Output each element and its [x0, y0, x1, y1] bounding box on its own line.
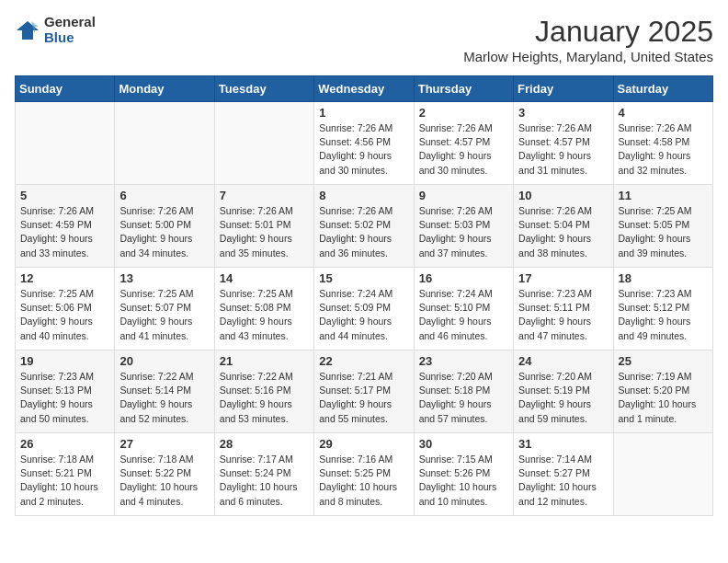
day-cell: 10Sunrise: 7:26 AM Sunset: 5:04 PM Dayli…: [514, 185, 613, 268]
day-number: 3: [518, 106, 608, 120]
weekday-header-sunday: Sunday: [16, 76, 115, 102]
day-cell: 19Sunrise: 7:23 AM Sunset: 5:13 PM Dayli…: [16, 350, 115, 433]
day-info: Sunrise: 7:26 AM Sunset: 4:59 PM Dayligh…: [20, 204, 109, 260]
day-cell: 14Sunrise: 7:25 AM Sunset: 5:08 PM Dayli…: [214, 268, 313, 350]
day-info: Sunrise: 7:14 AM Sunset: 5:27 PM Dayligh…: [518, 453, 608, 509]
day-info: Sunrise: 7:16 AM Sunset: 5:25 PM Dayligh…: [319, 453, 408, 509]
day-number: 18: [619, 271, 708, 285]
weekday-header-row: SundayMondayTuesdayWednesdayThursdayFrid…: [16, 76, 713, 102]
day-cell: 12Sunrise: 7:25 AM Sunset: 5:06 PM Dayli…: [16, 268, 115, 350]
title-block: January 2025 Marlow Heights, Maryland, U…: [463, 15, 713, 64]
day-number: 26: [20, 437, 109, 451]
day-info: Sunrise: 7:23 AM Sunset: 5:11 PM Dayligh…: [518, 287, 608, 343]
day-number: 12: [20, 271, 109, 285]
day-cell: 22Sunrise: 7:21 AM Sunset: 5:17 PM Dayli…: [314, 350, 414, 433]
day-cell: 13Sunrise: 7:25 AM Sunset: 5:07 PM Dayli…: [115, 268, 214, 350]
day-number: 21: [220, 354, 309, 368]
day-cell: 9Sunrise: 7:26 AM Sunset: 5:03 PM Daylig…: [414, 185, 513, 268]
logo-blue-text: Blue: [44, 30, 96, 46]
page-header: General Blue January 2025 Marlow Heights…: [15, 15, 713, 64]
day-cell: [16, 102, 115, 185]
day-number: 1: [319, 106, 408, 120]
day-cell: 11Sunrise: 7:25 AM Sunset: 5:05 PM Dayli…: [613, 185, 712, 268]
day-info: Sunrise: 7:26 AM Sunset: 4:58 PM Dayligh…: [619, 121, 708, 178]
day-number: 29: [319, 437, 408, 451]
week-row-4: 19Sunrise: 7:23 AM Sunset: 5:13 PM Dayli…: [16, 350, 713, 433]
day-cell: 21Sunrise: 7:22 AM Sunset: 5:16 PM Dayli…: [214, 350, 313, 433]
day-number: 5: [20, 189, 109, 202]
week-row-3: 12Sunrise: 7:25 AM Sunset: 5:06 PM Dayli…: [16, 268, 713, 350]
day-number: 28: [220, 437, 309, 451]
day-cell: 2Sunrise: 7:26 AM Sunset: 4:57 PM Daylig…: [414, 102, 513, 185]
day-number: 16: [419, 271, 508, 285]
day-number: 17: [518, 271, 608, 285]
day-number: 6: [119, 189, 209, 202]
weekday-header-saturday: Saturday: [613, 76, 712, 102]
week-row-5: 26Sunrise: 7:18 AM Sunset: 5:21 PM Dayli…: [16, 433, 713, 516]
day-info: Sunrise: 7:24 AM Sunset: 5:09 PM Dayligh…: [319, 287, 408, 343]
day-cell: [115, 102, 214, 185]
day-cell: 4Sunrise: 7:26 AM Sunset: 4:58 PM Daylig…: [613, 102, 712, 185]
day-number: 13: [119, 271, 209, 285]
day-number: 7: [220, 189, 309, 202]
day-info: Sunrise: 7:26 AM Sunset: 4:57 PM Dayligh…: [518, 121, 608, 178]
day-cell: 27Sunrise: 7:18 AM Sunset: 5:22 PM Dayli…: [115, 433, 214, 516]
day-number: 24: [518, 354, 608, 368]
day-number: 20: [119, 354, 209, 368]
day-info: Sunrise: 7:22 AM Sunset: 5:16 PM Dayligh…: [220, 370, 309, 426]
weekday-header-wednesday: Wednesday: [314, 76, 414, 102]
location-title: Marlow Heights, Maryland, United States: [463, 49, 713, 64]
day-info: Sunrise: 7:25 AM Sunset: 5:08 PM Dayligh…: [220, 287, 309, 343]
day-cell: 5Sunrise: 7:26 AM Sunset: 4:59 PM Daylig…: [16, 185, 115, 268]
day-cell: 8Sunrise: 7:26 AM Sunset: 5:02 PM Daylig…: [314, 185, 414, 268]
day-cell: 6Sunrise: 7:26 AM Sunset: 5:00 PM Daylig…: [115, 185, 214, 268]
day-info: Sunrise: 7:23 AM Sunset: 5:13 PM Dayligh…: [20, 370, 109, 426]
day-cell: 24Sunrise: 7:20 AM Sunset: 5:19 PM Dayli…: [514, 350, 613, 433]
day-info: Sunrise: 7:26 AM Sunset: 5:04 PM Dayligh…: [518, 204, 608, 260]
day-number: 19: [20, 354, 109, 368]
day-cell: 3Sunrise: 7:26 AM Sunset: 4:57 PM Daylig…: [514, 102, 613, 185]
weekday-header-tuesday: Tuesday: [214, 76, 313, 102]
day-number: 11: [619, 189, 708, 202]
day-number: 31: [518, 437, 608, 451]
week-row-1: 1Sunrise: 7:26 AM Sunset: 4:56 PM Daylig…: [16, 102, 713, 185]
calendar-table: SundayMondayTuesdayWednesdayThursdayFrid…: [15, 75, 713, 516]
day-info: Sunrise: 7:25 AM Sunset: 5:06 PM Dayligh…: [20, 287, 109, 343]
day-cell: 31Sunrise: 7:14 AM Sunset: 5:27 PM Dayli…: [514, 433, 613, 516]
month-title: January 2025: [463, 15, 713, 49]
day-info: Sunrise: 7:25 AM Sunset: 5:05 PM Dayligh…: [619, 204, 708, 260]
day-number: 10: [518, 189, 608, 202]
day-info: Sunrise: 7:19 AM Sunset: 5:20 PM Dayligh…: [619, 370, 708, 426]
day-cell: [214, 102, 313, 185]
day-info: Sunrise: 7:15 AM Sunset: 5:26 PM Dayligh…: [419, 453, 508, 509]
day-cell: 15Sunrise: 7:24 AM Sunset: 5:09 PM Dayli…: [314, 268, 414, 350]
day-cell: 1Sunrise: 7:26 AM Sunset: 4:56 PM Daylig…: [314, 102, 414, 185]
day-number: 23: [419, 354, 508, 368]
day-number: 4: [619, 106, 708, 120]
day-cell: 7Sunrise: 7:26 AM Sunset: 5:01 PM Daylig…: [214, 185, 313, 268]
day-info: Sunrise: 7:18 AM Sunset: 5:21 PM Dayligh…: [20, 453, 109, 509]
day-cell: 25Sunrise: 7:19 AM Sunset: 5:20 PM Dayli…: [613, 350, 712, 433]
day-info: Sunrise: 7:20 AM Sunset: 5:18 PM Dayligh…: [419, 370, 508, 426]
day-number: 14: [220, 271, 309, 285]
logo-icon: [15, 17, 40, 43]
weekday-header-monday: Monday: [115, 76, 214, 102]
day-cell: 29Sunrise: 7:16 AM Sunset: 5:25 PM Dayli…: [314, 433, 414, 516]
day-info: Sunrise: 7:26 AM Sunset: 4:56 PM Dayligh…: [319, 121, 408, 178]
day-info: Sunrise: 7:26 AM Sunset: 4:57 PM Dayligh…: [419, 121, 508, 178]
week-row-2: 5Sunrise: 7:26 AM Sunset: 4:59 PM Daylig…: [16, 185, 713, 268]
day-cell: 23Sunrise: 7:20 AM Sunset: 5:18 PM Dayli…: [414, 350, 513, 433]
day-number: 30: [419, 437, 508, 451]
weekday-header-friday: Friday: [514, 76, 613, 102]
day-number: 8: [319, 189, 408, 202]
day-cell: 17Sunrise: 7:23 AM Sunset: 5:11 PM Dayli…: [514, 268, 613, 350]
day-info: Sunrise: 7:21 AM Sunset: 5:17 PM Dayligh…: [319, 370, 408, 426]
day-info: Sunrise: 7:24 AM Sunset: 5:10 PM Dayligh…: [419, 287, 508, 343]
day-info: Sunrise: 7:26 AM Sunset: 5:02 PM Dayligh…: [319, 204, 408, 260]
day-cell: 18Sunrise: 7:23 AM Sunset: 5:12 PM Dayli…: [613, 268, 712, 350]
day-cell: 28Sunrise: 7:17 AM Sunset: 5:24 PM Dayli…: [214, 433, 313, 516]
day-info: Sunrise: 7:26 AM Sunset: 5:01 PM Dayligh…: [220, 204, 309, 260]
day-info: Sunrise: 7:26 AM Sunset: 5:00 PM Dayligh…: [119, 204, 209, 260]
day-info: Sunrise: 7:23 AM Sunset: 5:12 PM Dayligh…: [619, 287, 708, 343]
day-cell: 16Sunrise: 7:24 AM Sunset: 5:10 PM Dayli…: [414, 268, 513, 350]
